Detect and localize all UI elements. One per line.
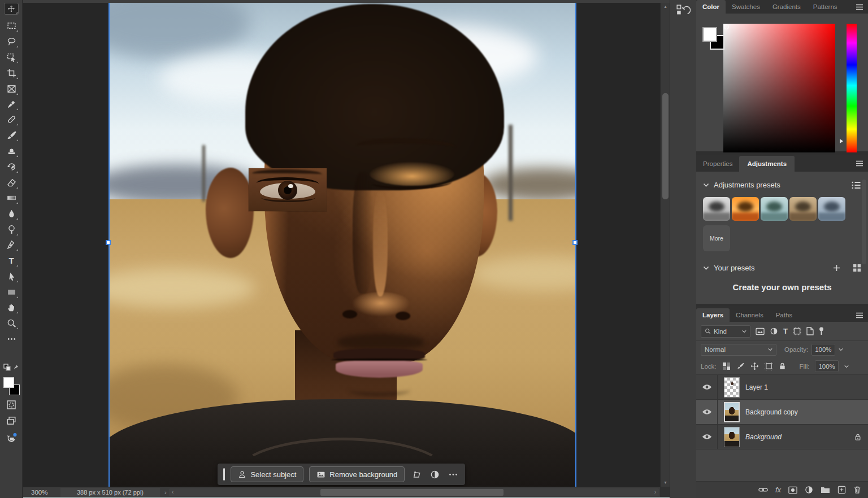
transform-handle-right[interactable] xyxy=(572,240,578,245)
type-tool[interactable]: T xyxy=(4,254,19,267)
pasted-eye-layer[interactable] xyxy=(249,168,327,211)
layer-thumbnail-portrait[interactable] xyxy=(724,427,740,447)
tab-adjustments[interactable]: Adjustments xyxy=(739,156,795,172)
layer-style-fx-button[interactable]: fx xyxy=(775,486,781,494)
horizontal-scroll-thumb[interactable] xyxy=(320,489,504,496)
preset-thumbnail-sepia[interactable] xyxy=(789,197,817,221)
brush-tool[interactable] xyxy=(4,128,19,142)
transform-handle-left[interactable] xyxy=(106,240,111,245)
document-canvas[interactable] xyxy=(108,3,576,487)
tab-color[interactable]: Color xyxy=(696,0,726,14)
scroll-left-arrow[interactable]: ‹ xyxy=(172,488,173,496)
clone-stamp-tool[interactable] xyxy=(4,144,19,158)
link-layers-icon[interactable] xyxy=(758,486,768,493)
remove-background-button[interactable]: Remove background xyxy=(309,466,405,482)
blur-tool[interactable] xyxy=(4,207,19,220)
fill-value-box[interactable]: 100% xyxy=(815,360,838,372)
fill-dropdown-chevron-icon[interactable] xyxy=(844,365,849,368)
zoom-tool[interactable] xyxy=(4,316,19,330)
document-info[interactable]: 388 px x 510 px (72 ppi) xyxy=(60,488,160,497)
tab-swatches[interactable]: Swatches xyxy=(726,0,766,14)
more-presets-button[interactable]: More xyxy=(703,225,730,251)
vertical-scroll-thumb[interactable] xyxy=(662,93,669,199)
frame-tool[interactable] xyxy=(4,82,19,95)
opacity-value-box[interactable]: 100% xyxy=(811,344,835,356)
collapse-chevron-icon[interactable] xyxy=(703,183,709,187)
scroll-down-arrow[interactable]: ▾ xyxy=(661,480,670,486)
gradient-tool[interactable] xyxy=(4,191,19,204)
tab-properties[interactable]: Properties xyxy=(696,156,739,172)
tab-channels[interactable]: Channels xyxy=(730,308,770,322)
new-layer-icon[interactable] xyxy=(837,486,846,494)
marquee-tool[interactable] xyxy=(4,19,19,32)
layer-row-background[interactable]: Background xyxy=(696,425,868,449)
lock-all-icon[interactable] xyxy=(779,362,786,370)
preset-thumbnail-black-and-white[interactable] xyxy=(703,197,730,221)
opacity-dropdown-chevron-icon[interactable] xyxy=(839,348,843,351)
layer-row-layer-1[interactable]: Layer 1 xyxy=(696,375,868,400)
scroll-up-arrow[interactable]: ▴ xyxy=(661,4,670,10)
quick-mask-button[interactable] xyxy=(4,398,19,412)
tab-gradients[interactable]: Gradients xyxy=(766,0,807,14)
tab-paths[interactable]: Paths xyxy=(770,308,798,322)
filter-type-layers-icon[interactable]: T xyxy=(783,327,788,335)
hue-slider[interactable] xyxy=(847,24,857,152)
dodge-tool[interactable] xyxy=(4,222,19,236)
color-picker-marker[interactable] xyxy=(724,24,729,29)
new-group-folder-icon[interactable] xyxy=(821,486,830,493)
preset-thumbnail-sunset-orange[interactable] xyxy=(732,197,759,221)
scroll-right-arrow[interactable]: › xyxy=(654,488,656,496)
color-panel-foreground-swatch[interactable] xyxy=(702,27,717,42)
canvas-vertical-scrollbar[interactable]: ▴ ▾ xyxy=(660,3,670,487)
adjustments-panel-menu-icon[interactable] xyxy=(856,160,863,167)
share-capture-button[interactable] xyxy=(4,431,19,444)
rectangle-tool[interactable] xyxy=(4,285,19,299)
zoom-level[interactable]: 300% xyxy=(23,489,60,496)
add-preset-icon[interactable] xyxy=(833,264,840,272)
lock-transparency-icon[interactable] xyxy=(722,362,731,370)
filter-kind-dropdown[interactable]: Kind xyxy=(701,325,750,338)
layer-name[interactable]: Background copy xyxy=(745,408,868,416)
tab-layers[interactable]: Layers xyxy=(696,308,730,322)
screen-mode-button[interactable] xyxy=(4,414,19,427)
color-panel-menu-icon[interactable] xyxy=(856,4,863,10)
transform-icon-button[interactable] xyxy=(410,467,423,482)
lock-position-icon[interactable] xyxy=(750,362,759,370)
eraser-tool[interactable] xyxy=(4,176,19,189)
filter-toggle-pin-icon[interactable] xyxy=(819,327,824,335)
taskbar-drag-handle[interactable] xyxy=(223,468,225,480)
more-tools-ellipsis[interactable] xyxy=(4,332,19,346)
adjustments-scrollbar[interactable] xyxy=(862,180,866,264)
eyedropper-tool[interactable] xyxy=(4,97,19,111)
grid-view-icon[interactable] xyxy=(853,264,861,272)
version-history-panel-icon[interactable] xyxy=(676,4,691,19)
filter-pixel-layers-icon[interactable] xyxy=(756,327,765,335)
hand-tool[interactable] xyxy=(4,300,19,314)
layer-row-background-copy[interactable]: Background copy xyxy=(696,400,868,425)
layer-name[interactable]: Layer 1 xyxy=(745,383,868,391)
layer-thumbnail-transparent[interactable] xyxy=(724,377,740,397)
preset-thumbnail-cool-teal[interactable] xyxy=(761,197,788,221)
lock-artboard-icon[interactable] xyxy=(765,362,773,370)
history-brush-tool[interactable] xyxy=(4,160,19,173)
swap-colors-mini[interactable] xyxy=(3,364,20,373)
visibility-eye-icon[interactable] xyxy=(696,425,718,449)
filter-adjustment-layers-icon[interactable] xyxy=(770,327,778,335)
blend-mode-dropdown[interactable]: Normal xyxy=(701,344,776,356)
select-subject-button[interactable]: Select subject xyxy=(231,466,303,482)
saturation-brightness-field[interactable] xyxy=(723,24,835,152)
more-options-ellipsis[interactable] xyxy=(447,467,459,482)
canvas-pasteboard[interactable]: Select subject Remove background xyxy=(23,3,660,487)
path-selection-tool[interactable] xyxy=(4,269,19,283)
filter-shape-layers-icon[interactable] xyxy=(793,327,801,335)
crop-tool[interactable] xyxy=(4,66,19,80)
visibility-eye-icon[interactable] xyxy=(696,400,718,424)
layer-thumbnail-portrait[interactable] xyxy=(724,402,740,422)
preset-thumbnail-muted-blue[interactable] xyxy=(818,197,845,221)
layers-panel-menu-icon[interactable] xyxy=(856,312,863,318)
object-selection-tool[interactable] xyxy=(4,50,19,64)
filter-smart-objects-icon[interactable] xyxy=(806,327,814,335)
collapse-chevron-icon[interactable] xyxy=(703,266,709,270)
spot-healing-brush-tool[interactable] xyxy=(4,112,19,126)
canvas-horizontal-scrollbar[interactable]: ‹ › xyxy=(169,488,659,496)
